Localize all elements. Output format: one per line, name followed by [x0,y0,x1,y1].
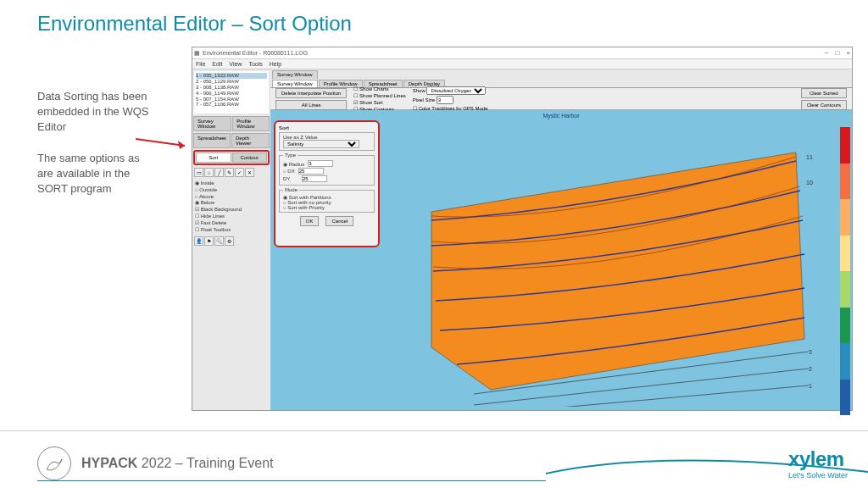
file-item[interactable]: 4 - 006_1149.RAW [196,91,267,97]
map-area[interactable]: Mystic Harbor 11 10 [270,110,852,410]
clear-contours-button[interactable]: Clear Contours [801,100,847,110]
tool-person-icon[interactable]: 👤 [194,236,203,246]
misc-toolbar: 👤 ⚑ 🔍 ⚙ [192,235,270,247]
chk-show-charts[interactable]: ☐ Show Charts [353,86,405,92]
arrow-pointer [136,134,195,154]
minimize-icon[interactable]: − [825,49,829,57]
chk-fastdel[interactable]: ☑ Fast Delete [195,220,268,227]
tool-line-icon[interactable]: ╱ [214,168,224,177]
tool-lasso-icon[interactable]: ○ [204,168,214,177]
svg-text:10: 10 [806,180,813,186]
sort-contour-highlight: Sort Contour [193,150,270,165]
ok-button[interactable]: OK [300,216,320,226]
tab-depth-viewer[interactable]: Depth Viewer [231,133,270,148]
chk-show-planned[interactable]: ☐ Show Planned Lines [353,92,405,98]
all-lines-button[interactable]: All Lines [275,100,347,110]
annotation-sorting: Data Sorting has been embedded in the WQ… [37,89,156,136]
svg-text:3: 3 [809,349,812,355]
menubar: File Edit View Tools Help [192,59,852,69]
dy-label: DY [283,176,298,181]
dx-radio[interactable]: ○ DX [283,169,295,174]
titlebar: ▦ Environmental Editor - R06080111.LOG −… [192,47,852,59]
app-icon: ▦ [194,50,200,57]
menu-view[interactable]: View [229,61,242,67]
chk-show-sort[interactable]: ☑ Show Sort [353,99,405,105]
utab-survey[interactable]: Survey Window [272,80,318,87]
tool-check-icon[interactable]: ✓ [235,168,244,177]
right-panel: Survey Window Survey Window Profile Wind… [270,69,852,410]
show-select[interactable]: Dissolved Oxygen [426,86,486,95]
opt-outside[interactable]: ○ Outside [195,187,268,194]
tab-survey-window[interactable]: Survey Window [193,116,231,131]
annotation-options: The same options as are available in the… [37,151,156,197]
radius-radio[interactable]: ◉ Radius [283,161,304,167]
hypack-logo-icon [37,446,71,480]
chk-hidelines[interactable]: ☐ Hide Lines [195,214,268,220]
tool-settings-icon[interactable]: ⚙ [225,236,234,246]
footer-text: HYPACK 2022 – Training Event [81,456,274,471]
delete-interpolate-button[interactable]: Delete Interpolate Position [275,88,347,98]
radius-input[interactable] [308,160,333,167]
mode-priority[interactable]: ○ Sort with Priority [283,205,325,210]
tool-x-icon[interactable]: ✕ [245,168,254,177]
opt-above[interactable]: ○ Above [195,194,268,201]
left-panel: 1 - 035_1322.RAW 2 - 056_1129.RAW 3 - 00… [192,69,270,410]
app-window: ▦ Environmental Editor - R06080111.LOG −… [192,47,853,411]
opt-below[interactable]: ◉ Below [195,200,268,207]
pixel-label: Pixel Size [413,97,435,103]
xylem-logo: xylem Let's Solve Water [788,447,848,480]
survey-polygon: 11 10 3 2 1 [423,136,813,407]
cancel-button[interactable]: Cancel [326,216,353,226]
tab-spreadsheet[interactable]: Spreadsheet [193,133,231,148]
tool-search-icon[interactable]: 🔍 [214,236,224,246]
show-label: Show [413,88,426,93]
clear-sorted-button[interactable]: Clear Sorted [801,88,847,98]
svg-text:2: 2 [809,366,812,372]
color-scale [840,127,850,415]
file-list[interactable]: 1 - 035_1322.RAW 2 - 056_1129.RAW 3 - 00… [194,71,269,114]
menu-file[interactable]: File [196,61,205,67]
file-item[interactable]: 2 - 056_1129.RAW [196,79,267,85]
close-icon[interactable]: × [846,49,850,57]
tool-pencil-icon[interactable]: ✎ [225,168,234,177]
file-item[interactable]: 1 - 035_1322.RAW [196,73,267,79]
svg-text:1: 1 [809,383,812,389]
tab-profile-window[interactable]: Profile Window [232,116,270,131]
svg-text:11: 11 [806,154,813,160]
type-legend: Type [283,152,298,158]
dy-input[interactable] [302,175,327,182]
chk-blackbg[interactable]: ☑ Black Background [195,207,268,214]
file-item[interactable]: 5 - 007_1154.RAW [196,97,267,103]
sort-dialog: Sort Use as Z Value Salinity Type ◉ Radi… [274,120,380,247]
edit-toolbar: ▭ ○ ╱ ✎ ✓ ✕ [192,166,270,179]
slide-title: Environmental Editor – Sort Option [0,0,868,36]
opt-inside[interactable]: ◉ Inside [195,180,268,187]
svg-line-0 [136,139,185,146]
mode-legend: Mode [283,187,299,192]
menu-help[interactable]: Help [270,61,281,67]
footer: HYPACK 2022 – Training Event xylem Let's… [0,430,868,488]
maximize-icon[interactable]: □ [835,49,839,57]
z-value-select[interactable]: Salinity [283,140,359,148]
tool-flag-icon[interactable]: ⚑ [204,236,214,246]
map-title: Mystic Harbor [542,113,579,119]
file-item[interactable]: 7 - 057_1106.RAW [196,102,267,108]
dx-input[interactable] [298,168,324,175]
chk-floattb[interactable]: ☐ Float Toolbox [195,227,268,234]
svg-marker-2 [431,152,804,390]
window-title: Environmental Editor - R06080111.LOG [203,50,308,56]
file-item[interactable]: 3 - 008_1138.RAW [196,85,267,91]
filter-options: ◉ Inside ○ Outside ○ Above ◉ Below ☑ Bla… [192,179,270,235]
svg-line-5 [474,385,809,407]
menu-edit[interactable]: Edit [212,61,222,67]
tool-select-icon[interactable]: ▭ [194,168,203,177]
pixel-size-input[interactable] [437,96,453,104]
block-survey-window[interactable]: Survey Window [272,70,318,79]
controls-bar: Delete Interpolate Position All Lines ☐ … [270,88,852,110]
menu-tools[interactable]: Tools [248,61,262,67]
dialog-title: Sort [279,125,375,130]
tab-contour[interactable]: Contour [232,152,268,163]
tab-sort[interactable]: Sort [196,152,231,163]
